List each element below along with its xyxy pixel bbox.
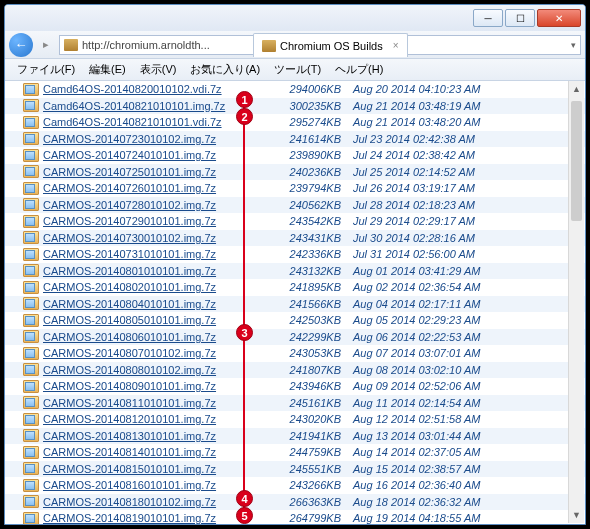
archive-icon bbox=[23, 83, 39, 96]
file-row[interactable]: Camd64OS-20140821010101.img.7z300235KBAu… bbox=[5, 98, 585, 115]
maximize-button[interactable]: ☐ bbox=[505, 9, 535, 27]
file-name[interactable]: CARMOS-20140809010101.img.7z bbox=[43, 380, 273, 392]
close-button[interactable]: ✕ bbox=[537, 9, 581, 27]
file-name[interactable]: CARMOS-20140726010101.img.7z bbox=[43, 182, 273, 194]
annotation-badge-4: 4 bbox=[236, 490, 253, 507]
archive-icon bbox=[23, 429, 39, 442]
file-row[interactable]: CARMOS-20140805010101.img.7z242503KBAug … bbox=[5, 312, 585, 329]
window-titlebar: ─ ☐ ✕ bbox=[5, 5, 585, 31]
archive-icon bbox=[23, 363, 39, 376]
archive-icon bbox=[23, 347, 39, 360]
back-button[interactable]: ← bbox=[9, 33, 33, 57]
file-name[interactable]: CARMOS-20140725010101.img.7z bbox=[43, 166, 273, 178]
file-date: Jul 28 2014 02:18:23 AM bbox=[353, 199, 585, 211]
file-row[interactable]: CARMOS-20140812010101.img.7z243020KBAug … bbox=[5, 411, 585, 428]
file-row[interactable]: CARMOS-20140726010101.img.7z239794KBJul … bbox=[5, 180, 585, 197]
file-row[interactable]: CARMOS-20140724010101.img.7z239890KBJul … bbox=[5, 147, 585, 164]
file-name[interactable]: CARMOS-20140804010101.img.7z bbox=[43, 298, 273, 310]
file-row[interactable]: CARMOS-20140729010101.img.7z243542KBJul … bbox=[5, 213, 585, 230]
archive-icon bbox=[23, 182, 39, 195]
page-content: Camd64OS-20140820010102.vdi.7z294006KBAu… bbox=[5, 81, 585, 524]
file-name[interactable]: CARMOS-20140723010102.img.7z bbox=[43, 133, 273, 145]
menu-item[interactable]: 表示(V) bbox=[134, 60, 183, 79]
archive-icon bbox=[23, 462, 39, 475]
file-date: Jul 23 2014 02:42:38 AM bbox=[353, 133, 585, 145]
file-size: 245161KB bbox=[273, 397, 353, 409]
file-row[interactable]: CARMOS-20140809010101.img.7z243946KBAug … bbox=[5, 378, 585, 395]
file-row[interactable]: CARMOS-20140801010101.img.7z243132KBAug … bbox=[5, 263, 585, 280]
file-date: Aug 06 2014 02:22:53 AM bbox=[353, 331, 585, 343]
file-size: 243431KB bbox=[273, 232, 353, 244]
file-size: 243542KB bbox=[273, 215, 353, 227]
archive-icon bbox=[23, 165, 39, 178]
file-date: Aug 21 2014 03:48:20 AM bbox=[353, 116, 585, 128]
file-row[interactable]: CARMOS-20140813010101.img.7z241941KBAug … bbox=[5, 428, 585, 445]
annotation-badge-3: 3 bbox=[236, 324, 253, 341]
file-row[interactable]: CARMOS-20140731010101.img.7z242336KBJul … bbox=[5, 246, 585, 263]
file-name[interactable]: CARMOS-20140724010101.img.7z bbox=[43, 149, 273, 161]
file-name[interactable]: CARMOS-20140805010101.img.7z bbox=[43, 314, 273, 326]
file-row[interactable]: Camd64OS-20140821010101.vdi.7z295274KBAu… bbox=[5, 114, 585, 131]
file-name[interactable]: CARMOS-20140816010101.img.7z bbox=[43, 479, 273, 491]
menu-item[interactable]: ファイル(F) bbox=[11, 60, 81, 79]
file-name[interactable]: CARMOS-20140801010101.img.7z bbox=[43, 265, 273, 277]
file-row[interactable]: Camd64OS-20140820010102.vdi.7z294006KBAu… bbox=[5, 81, 585, 98]
file-row[interactable]: CARMOS-20140818010102.img.7z266363KBAug … bbox=[5, 494, 585, 511]
file-size: 243020KB bbox=[273, 413, 353, 425]
file-date: Aug 08 2014 03:02:10 AM bbox=[353, 364, 585, 376]
file-size: 239794KB bbox=[273, 182, 353, 194]
file-row[interactable]: CARMOS-20140815010101.img.7z245551KBAug … bbox=[5, 461, 585, 478]
minimize-button[interactable]: ─ bbox=[473, 9, 503, 27]
file-date: Aug 05 2014 02:29:23 AM bbox=[353, 314, 585, 326]
file-name[interactable]: CARMOS-20140815010101.img.7z bbox=[43, 463, 273, 475]
archive-icon bbox=[23, 248, 39, 261]
file-row[interactable]: CARMOS-20140816010101.img.7z243266KBAug … bbox=[5, 477, 585, 494]
scroll-up-arrow-icon[interactable]: ▲ bbox=[569, 81, 584, 97]
file-name[interactable]: CARMOS-20140812010101.img.7z bbox=[43, 413, 273, 425]
file-name[interactable]: CARMOS-20140731010101.img.7z bbox=[43, 248, 273, 260]
menu-item[interactable]: ツール(T) bbox=[268, 60, 327, 79]
dropdown-icon[interactable]: ▾ bbox=[571, 40, 576, 50]
file-size: 241807KB bbox=[273, 364, 353, 376]
menu-item[interactable]: お気に入り(A) bbox=[184, 60, 266, 79]
file-row[interactable]: CARMOS-20140723010102.img.7z241614KBJul … bbox=[5, 131, 585, 148]
archive-icon bbox=[23, 380, 39, 393]
file-row[interactable]: CARMOS-20140814010101.img.7z244759KBAug … bbox=[5, 444, 585, 461]
file-row[interactable]: CARMOS-20140728010102.img.7z240562KBJul … bbox=[5, 197, 585, 214]
file-name[interactable]: CARMOS-20140813010101.img.7z bbox=[43, 430, 273, 442]
file-row[interactable]: CARMOS-20140730010102.img.7z243431KBJul … bbox=[5, 230, 585, 247]
file-row[interactable]: CARMOS-20140802010101.img.7z241895KBAug … bbox=[5, 279, 585, 296]
menu-item[interactable]: 編集(E) bbox=[83, 60, 132, 79]
file-name[interactable]: CARMOS-20140808010102.img.7z bbox=[43, 364, 273, 376]
file-name[interactable]: CARMOS-20140802010101.img.7z bbox=[43, 281, 273, 293]
file-name[interactable]: CARMOS-20140811010101.img.7z bbox=[43, 397, 273, 409]
file-row[interactable]: CARMOS-20140808010102.img.7z241807KBAug … bbox=[5, 362, 585, 379]
file-row[interactable]: CARMOS-20140806010101.img.7z242299KBAug … bbox=[5, 329, 585, 346]
file-date: Aug 14 2014 02:37:05 AM bbox=[353, 446, 585, 458]
vertical-scrollbar[interactable]: ▲ ▼ bbox=[568, 81, 584, 523]
file-date: Jul 29 2014 02:29:17 AM bbox=[353, 215, 585, 227]
file-date: Jul 31 2014 02:56:00 AM bbox=[353, 248, 585, 260]
file-size: 241941KB bbox=[273, 430, 353, 442]
file-date: Aug 15 2014 02:38:57 AM bbox=[353, 463, 585, 475]
tab-close-icon[interactable]: × bbox=[393, 40, 399, 51]
file-date: Aug 21 2014 03:48:19 AM bbox=[353, 100, 585, 112]
file-size: 241895KB bbox=[273, 281, 353, 293]
scroll-down-arrow-icon[interactable]: ▼ bbox=[569, 507, 584, 523]
file-name[interactable]: CARMOS-20140728010102.img.7z bbox=[43, 199, 273, 211]
file-name[interactable]: CARMOS-20140807010102.img.7z bbox=[43, 347, 273, 359]
scroll-thumb[interactable] bbox=[571, 101, 582, 221]
file-name[interactable]: CARMOS-20140729010101.img.7z bbox=[43, 215, 273, 227]
archive-icon bbox=[23, 231, 39, 244]
file-row[interactable]: CARMOS-20140725010101.img.7z240236KBJul … bbox=[5, 164, 585, 181]
menu-item[interactable]: ヘルプ(H) bbox=[329, 60, 389, 79]
forward-button[interactable]: ▸ bbox=[37, 36, 55, 54]
tab-active[interactable]: Chromium OS Builds × bbox=[253, 33, 408, 57]
file-row[interactable]: CARMOS-20140811010101.img.7z245161KBAug … bbox=[5, 395, 585, 412]
file-name[interactable]: CARMOS-20140730010102.img.7z bbox=[43, 232, 273, 244]
archive-icon bbox=[23, 479, 39, 492]
file-row[interactable]: CARMOS-20140804010101.img.7z241566KBAug … bbox=[5, 296, 585, 313]
file-row[interactable]: CARMOS-20140807010102.img.7z243053KBAug … bbox=[5, 345, 585, 362]
file-name[interactable]: CARMOS-20140814010101.img.7z bbox=[43, 446, 273, 458]
file-row[interactable]: CARMOS-20140819010101.img.7z264799KBAug … bbox=[5, 510, 585, 524]
